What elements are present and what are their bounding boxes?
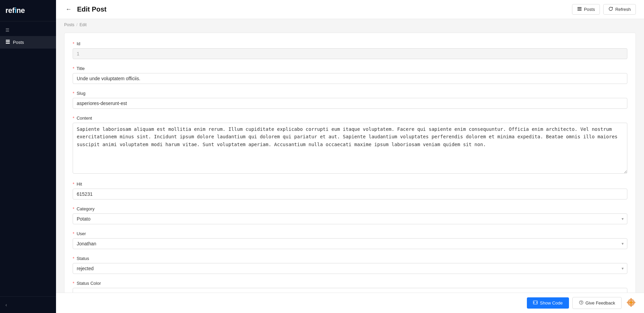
required-marker: *	[73, 281, 74, 286]
select-user[interactable]: Jonathan Alice Bob	[73, 238, 627, 249]
form-area: * Id * Title * Slug	[56, 27, 644, 313]
select-status[interactable]: rejected published draft	[73, 263, 627, 274]
label-user: * User	[73, 231, 627, 236]
posts-button-label: Posts	[584, 7, 595, 12]
page-title: Edit Post	[77, 5, 107, 13]
field-slug: * Slug	[73, 91, 627, 109]
required-marker: *	[73, 181, 74, 187]
logo-area: refine	[0, 0, 56, 21]
sidebar: refine ☰ Posts ‹	[0, 0, 56, 313]
sidebar-item-posts[interactable]: Posts	[0, 36, 56, 49]
refresh-button-label: Refresh	[615, 7, 631, 12]
field-content: * Content Sapiente laboriosam aliquam es…	[73, 116, 627, 175]
input-title[interactable]	[73, 73, 627, 84]
topbar-right: Posts Refresh	[572, 4, 636, 15]
bottom-bar: Show Code Give Feedback	[56, 293, 644, 313]
field-title: * Title	[73, 66, 627, 84]
posts-icon	[5, 39, 10, 45]
svg-rect-3	[577, 7, 582, 8]
required-marker: *	[73, 66, 74, 71]
code-icon	[533, 300, 538, 306]
input-hit[interactable]	[73, 189, 627, 199]
field-hit: * Hit	[73, 181, 627, 199]
svg-rect-1	[6, 41, 10, 42]
required-marker: *	[73, 256, 74, 261]
sidebar-menu-toggle[interactable]: ☰	[0, 24, 56, 36]
label-hit: * Hit	[73, 181, 627, 187]
textarea-content[interactable]: Sapiente laboriosam aliquam est mollitia…	[73, 123, 627, 174]
required-marker: *	[73, 231, 74, 236]
breadcrumb-posts-link[interactable]: Posts	[64, 22, 74, 27]
refresh-button[interactable]: Refresh	[603, 4, 636, 15]
svg-point-7	[579, 301, 583, 305]
back-arrow-icon: ←	[66, 6, 72, 13]
label-title: * Title	[73, 66, 627, 71]
input-id[interactable]	[73, 48, 627, 59]
sidebar-collapse-btn[interactable]: ‹	[0, 296, 56, 313]
select-wrapper-user: Jonathan Alice Bob ▾	[73, 238, 627, 249]
sidebar-nav: ☰ Posts	[0, 21, 56, 296]
feedback-icon	[579, 300, 584, 306]
label-category: * Category	[73, 206, 627, 211]
svg-point-8	[581, 303, 581, 304]
select-wrapper-status: rejected published draft ▾	[73, 263, 627, 274]
required-marker: *	[73, 116, 74, 121]
sidebar-item-label: Posts	[13, 40, 24, 45]
list-icon	[577, 6, 582, 12]
give-feedback-label: Give Feedback	[586, 300, 615, 306]
select-category[interactable]: Potato Science Technology Art	[73, 213, 627, 224]
show-code-button[interactable]: Show Code	[527, 297, 569, 309]
svg-rect-5	[577, 10, 582, 11]
required-marker: *	[73, 91, 74, 96]
svg-rect-2	[6, 43, 10, 44]
svg-rect-4	[577, 8, 582, 9]
show-code-label: Show Code	[540, 300, 563, 306]
breadcrumb: Posts / Edit	[56, 19, 644, 27]
refresh-icon	[608, 6, 613, 12]
select-wrapper-category: Potato Science Technology Art ▾	[73, 213, 627, 224]
field-user: * User Jonathan Alice Bob ▾	[73, 231, 627, 249]
back-button[interactable]: ←	[64, 4, 73, 14]
field-category: * Category Potato Science Technology Art…	[73, 206, 627, 224]
svg-point-18	[630, 301, 632, 304]
svg-rect-0	[6, 40, 10, 41]
breadcrumb-edit: Edit	[79, 22, 87, 27]
label-slug: * Slug	[73, 91, 627, 96]
label-status-color: * Status Color	[73, 281, 627, 286]
posts-list-button[interactable]: Posts	[572, 4, 600, 15]
topbar-left: ← Edit Post	[64, 4, 107, 14]
field-status: * Status rejected published draft ▾	[73, 256, 627, 274]
app-logo: refine	[5, 6, 51, 15]
label-content: * Content	[73, 116, 627, 121]
breadcrumb-separator: /	[76, 22, 77, 27]
input-slug[interactable]	[73, 98, 627, 109]
flower-icon	[626, 298, 636, 308]
topbar: ← Edit Post Posts	[56, 0, 644, 19]
field-id: * Id	[73, 41, 627, 59]
give-feedback-button[interactable]: Give Feedback	[572, 297, 622, 309]
form-section: * Id * Title * Slug	[64, 33, 636, 307]
main-content: ← Edit Post Posts	[56, 0, 644, 313]
hamburger-icon: ☰	[5, 28, 10, 33]
collapse-icon: ‹	[5, 302, 7, 308]
label-status: * Status	[73, 256, 627, 261]
required-marker: *	[73, 206, 74, 211]
label-id: * Id	[73, 41, 627, 46]
required-marker: *	[73, 41, 74, 46]
